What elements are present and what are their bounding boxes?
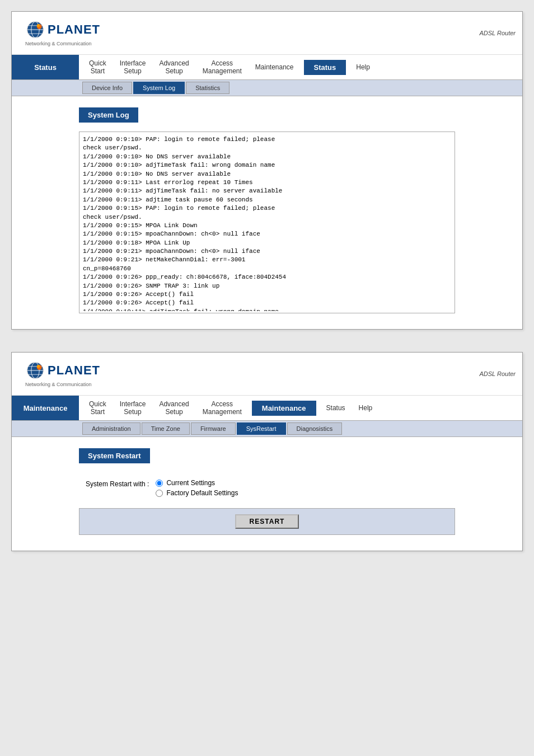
radio-factory-settings[interactable]: Factory Default Settings xyxy=(156,489,238,497)
sub-nav-links-2: Administration Time Zone Firmware SysRes… xyxy=(79,421,345,436)
nav2-status[interactable]: Status xyxy=(321,402,351,414)
sub-nav-panel2: Administration Time Zone Firmware SysRes… xyxy=(12,420,522,437)
nav2-advanced-setup[interactable]: Advanced Setup xyxy=(153,398,194,418)
logo-area: PLANET Networking & Communication xyxy=(18,15,119,51)
panel-maintenance: PLANET Networking & Communication ADSL R… xyxy=(11,352,523,551)
nav2-maintenance-button[interactable]: Maintenance xyxy=(252,401,316,416)
subnav2-firmware[interactable]: Firmware xyxy=(191,422,236,435)
restart-button[interactable]: RESTART xyxy=(235,514,299,529)
spacer2 xyxy=(12,322,522,329)
nav-bar: Status Quick Start Interface Setup Advan… xyxy=(12,55,522,79)
nav-links-2: Quick Start Interface Setup Advanced Set… xyxy=(79,396,522,420)
radio-current-label: Current Settings xyxy=(166,479,215,487)
radio-factory-label: Factory Default Settings xyxy=(166,489,238,497)
section-header-row2: System Restart xyxy=(12,442,522,468)
nav2-access-management[interactable]: Access Management xyxy=(197,398,247,418)
svg-point-6 xyxy=(37,24,40,27)
subnav-statistics[interactable]: Statistics xyxy=(186,82,229,94)
logo-tagline: Networking & Communication xyxy=(25,41,92,46)
logo-tagline-2: Networking & Communication xyxy=(25,382,92,387)
restart-form-area: System Restart with : Current Settings F… xyxy=(79,470,455,504)
nav2-interface-setup[interactable]: Interface Setup xyxy=(114,398,152,418)
nav-status-button[interactable]: Status xyxy=(304,60,346,75)
adsl-label: ADSL Router xyxy=(479,30,516,36)
section-header-1: System Log xyxy=(79,107,138,123)
svg-point-13 xyxy=(37,365,40,368)
radio-current-input[interactable] xyxy=(156,480,163,487)
nav-help[interactable]: Help xyxy=(350,61,376,73)
spacer3 xyxy=(12,437,522,442)
radio-factory-input[interactable] xyxy=(156,490,163,497)
section-header-row1: System Log xyxy=(12,101,522,127)
nav-links: Quick Start Interface Setup Advanced Set… xyxy=(79,55,522,79)
restart-row: System Restart with : Current Settings F… xyxy=(86,479,448,497)
active-nav-label-2: Maintenance xyxy=(12,396,79,420)
nav-bar-2: Maintenance Quick Start Interface Setup … xyxy=(12,396,522,420)
nav-interface-setup[interactable]: Interface Setup xyxy=(114,57,152,77)
nav-quick-start[interactable]: Quick Start xyxy=(83,57,112,77)
nav-maintenance[interactable]: Maintenance xyxy=(250,61,299,73)
section-header-2: System Restart xyxy=(79,448,150,463)
system-log-textarea[interactable]: 1/1/2000 0:9:10> PAP: login to remote fa… xyxy=(79,132,455,311)
brand-name-2: PLANET xyxy=(48,363,100,378)
panel1-header: PLANET Networking & Communication ADSL R… xyxy=(12,12,522,55)
subnav2-administration[interactable]: Administration xyxy=(82,422,140,435)
subnav2-diagnostics[interactable]: Diagnosistics xyxy=(287,422,343,435)
sub-nav-links: Device Info System Log Statistics xyxy=(79,80,233,96)
restart-btn-container: RESTART xyxy=(79,508,455,535)
nav-access-management[interactable]: Access Management xyxy=(197,57,247,77)
spacer1 xyxy=(12,96,522,101)
sub-nav-panel1: Device Info System Log Statistics xyxy=(12,79,522,96)
nav2-help[interactable]: Help xyxy=(353,402,378,414)
panel-status: PLANET Networking & Communication ADSL R… xyxy=(11,11,523,330)
logo-area-2: PLANET Networking & Communication xyxy=(18,356,119,392)
nav2-quick-start[interactable]: Quick Start xyxy=(83,398,112,418)
log-container: 1/1/2000 0:9:10> PAP: login to remote fa… xyxy=(79,132,455,313)
planet-logo-icon-2 xyxy=(25,360,45,381)
spacer4 xyxy=(12,546,522,551)
subnav2-time-zone[interactable]: Time Zone xyxy=(142,422,190,435)
brand-name: PLANET xyxy=(48,22,100,37)
restart-label: System Restart with : xyxy=(86,479,149,488)
active-nav-label: Status xyxy=(12,55,79,79)
subnav-device-info[interactable]: Device Info xyxy=(82,82,132,94)
adsl-label-2: ADSL Router xyxy=(479,370,516,377)
panel2-header: PLANET Networking & Communication ADSL R… xyxy=(12,353,522,396)
nav-advanced-setup[interactable]: Advanced Setup xyxy=(153,57,194,77)
radio-current-settings[interactable]: Current Settings xyxy=(156,479,238,487)
subnav-system-log[interactable]: System Log xyxy=(133,82,185,94)
planet-logo-icon xyxy=(25,20,45,40)
subnav2-sysrestart[interactable]: SysRestart xyxy=(237,422,286,435)
radio-group: Current Settings Factory Default Setting… xyxy=(156,479,238,497)
